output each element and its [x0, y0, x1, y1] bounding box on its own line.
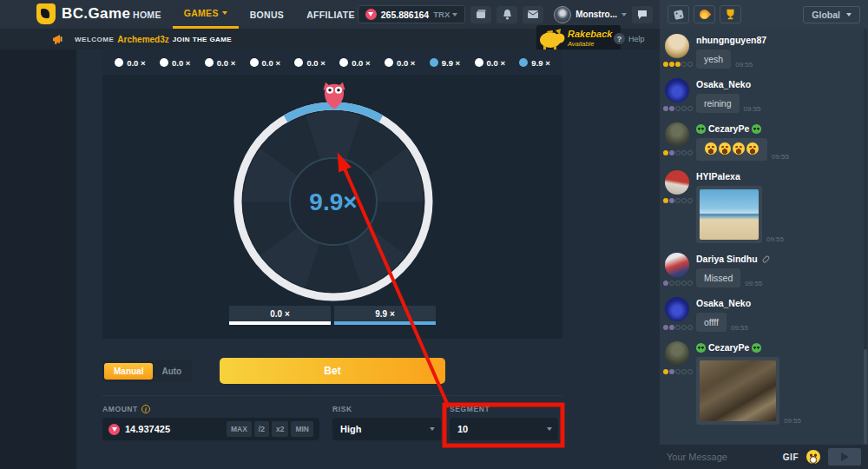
message-username[interactable]: nhungnguyen87 — [696, 35, 859, 45]
gold-badge-icon — [663, 369, 668, 374]
risk-select[interactable]: High — [332, 418, 441, 440]
avatar[interactable] — [665, 122, 689, 147]
nav-item-games[interactable]: GAMES — [173, 0, 239, 29]
message-username[interactable]: Dariya Sindhu — [696, 254, 859, 264]
history-dot — [115, 58, 123, 67]
balance-pill[interactable]: 265.886164 TRX — [358, 5, 465, 23]
laughing-emoji — [733, 142, 745, 155]
manual-mode-button[interactable]: Manual — [104, 363, 153, 380]
chat-scrollbar-thumb[interactable] — [864, 349, 867, 445]
avatar[interactable] — [665, 34, 689, 58]
amount-group: AMOUNT i 14.937425 MAX /2 x2 MIN — [102, 405, 319, 440]
info-icon[interactable]: i — [141, 405, 150, 413]
notifications-button[interactable] — [496, 6, 517, 23]
history-dot — [294, 58, 303, 67]
wheel: 9.9× — [233, 101, 434, 302]
wheel-panel: 9.9× 0.0 ×9.9 × — [102, 75, 562, 339]
bubble-row: offff09:55 — [696, 313, 859, 332]
nav-item-affiliate[interactable]: AFFILIATE — [295, 0, 366, 29]
avatar[interactable] — [665, 341, 689, 366]
gif-button[interactable]: GIF — [783, 452, 799, 462]
history-item[interactable]: 0.0 × — [115, 58, 145, 68]
message-username[interactable]: Osaka_Neko — [696, 79, 859, 89]
avatar[interactable] — [665, 253, 689, 277]
max-button[interactable]: MAX — [227, 421, 252, 437]
chat-toggle-button[interactable] — [632, 6, 653, 23]
history-item[interactable]: 0.0 × — [385, 58, 415, 68]
cat-photo[interactable] — [700, 360, 776, 421]
segment-select[interactable]: 10 — [450, 418, 558, 440]
history-dot — [205, 58, 214, 67]
result-bar[interactable]: 9.9 × — [334, 306, 436, 325]
welcome-text: WELCOME Archemed3z JOIN THE GAME — [75, 29, 232, 50]
min-button[interactable]: MIN — [291, 421, 313, 437]
send-button[interactable] — [828, 448, 861, 466]
chat-bubble: yesh — [696, 50, 731, 69]
wallet-button[interactable] — [470, 6, 491, 23]
nav-item-home[interactable]: HOME — [122, 0, 173, 29]
history-item[interactable]: 0.0 × — [339, 58, 370, 68]
message-timestamp: 09:55 — [744, 105, 761, 113]
message-username[interactable]: CezaryPe — [696, 342, 859, 353]
user-menu[interactable]: Monstro... — [554, 6, 627, 23]
username-text: Dariya Sindhu — [696, 254, 758, 264]
gray-badge-icon — [681, 198, 687, 203]
chat-room-selector[interactable]: Global — [803, 6, 860, 23]
half-button[interactable]: /2 — [254, 421, 269, 437]
brand-logo[interactable]: BC.Game — [36, 3, 130, 24]
rakeback-badge[interactable]: Rakeback Available — [536, 25, 621, 51]
history-item[interactable]: 9.9 × — [430, 58, 460, 68]
currency-selector[interactable]: TRX — [433, 10, 457, 19]
avatar[interactable] — [665, 170, 689, 195]
bubble-row: yesh09:55 — [696, 50, 859, 69]
mail-button[interactable] — [523, 6, 543, 23]
chat-bubble-icon — [637, 10, 648, 19]
history-item[interactable]: 0.0 × — [475, 58, 505, 68]
message-username[interactable]: HYIPalexa — [696, 171, 859, 182]
welcome-username[interactable]: Archemed3z — [117, 35, 168, 44]
history-item[interactable]: 0.0 × — [294, 58, 325, 68]
message-timestamp: 09:55 — [772, 153, 789, 161]
chat-scrollbar[interactable] — [864, 29, 867, 445]
result-bar[interactable]: 0.0 × — [229, 306, 331, 325]
gray-badge-icon — [675, 106, 681, 111]
amount-input[interactable]: 14.937425 MAX /2 x2 MIN — [102, 418, 319, 440]
laughing-emoji — [719, 142, 731, 155]
double-button[interactable]: x2 — [272, 421, 288, 437]
avatar[interactable] — [665, 78, 689, 102]
message-left-col — [665, 122, 696, 161]
history-item[interactable]: 0.0 × — [250, 58, 280, 68]
gray-badge-icon — [681, 150, 687, 155]
gold-badge-icon — [663, 62, 668, 67]
message-input[interactable]: Your Message — [667, 452, 775, 462]
history-dot — [475, 58, 483, 67]
gray-badge-icon — [675, 325, 681, 330]
contest-button[interactable] — [720, 5, 741, 23]
auto-mode-button[interactable]: Auto — [153, 363, 190, 380]
trx-coin-icon — [108, 424, 120, 435]
history-multiplier: 0.0 × — [487, 58, 505, 68]
nav-item-bonus[interactable]: BONUS — [239, 0, 295, 29]
username-text: nhungnguyen87 — [696, 35, 766, 45]
games-shortcut-button[interactable] — [667, 5, 689, 23]
message-username[interactable]: CezaryPe — [696, 123, 859, 134]
alien-icon — [752, 343, 761, 353]
gray-badge-icon — [681, 325, 687, 330]
user-badges — [663, 198, 696, 203]
rakeback-title: Rakeback — [568, 30, 612, 39]
emoji-picker-button[interactable] — [806, 450, 820, 464]
history-item[interactable]: 9.9 × — [519, 58, 549, 68]
help-button[interactable]: ? Help — [614, 33, 645, 44]
message-left-col — [665, 253, 696, 287]
beach-photo[interactable] — [700, 189, 759, 240]
message-username[interactable]: Osaka_Neko — [696, 298, 859, 308]
hot-games-button[interactable] — [694, 5, 715, 23]
nav-item-label: BONUS — [250, 10, 284, 20]
user-badges — [663, 62, 696, 67]
avatar[interactable] — [665, 297, 689, 321]
history-item[interactable]: 0.0 × — [205, 58, 235, 68]
gray-badge-icon — [681, 106, 687, 111]
risk-value: High — [340, 424, 361, 434]
bet-button[interactable]: Bet — [220, 358, 445, 384]
history-item[interactable]: 0.0 × — [160, 58, 190, 68]
